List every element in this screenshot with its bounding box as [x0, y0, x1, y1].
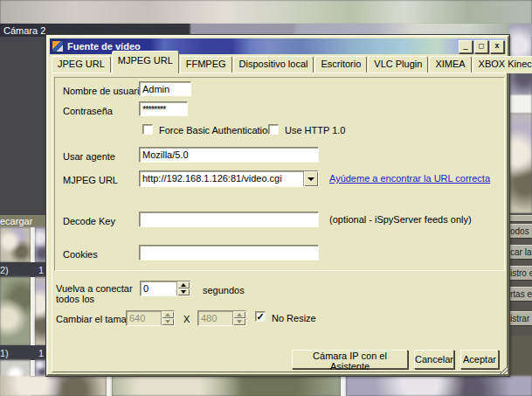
stepper-down-button [233, 318, 245, 325]
maximize-button[interactable]: □ [474, 40, 488, 53]
stepper-buttons [161, 311, 174, 325]
camera-thumbnail[interactable] [0, 277, 31, 345]
force-basic-auth-checkbox[interactable] [142, 124, 153, 135]
camera-2-label: Cámara 2 [3, 24, 45, 37]
background-dark-panel [0, 37, 46, 215]
mjpeg-url-combobox[interactable]: http://192.168.1.126:81/video.cgi [139, 170, 319, 187]
camera-thumbnail[interactable] [509, 114, 532, 213]
side-button-fragment[interactable] [509, 215, 532, 222]
side-button-fragment[interactable]: odos [509, 224, 532, 239]
camera-thumbnail[interactable] [35, 277, 46, 345]
stepper-down-button[interactable] [177, 288, 190, 295]
window-controls: _ □ x [457, 40, 504, 53]
stepper-buttons [176, 281, 190, 295]
side-button-fragment[interactable]: istro e [509, 266, 532, 281]
cookies-label: Cookies [63, 249, 98, 261]
reconnect-seconds-value: 0 [141, 281, 176, 295]
tab-ffmpeg[interactable]: FFMPEG [180, 56, 232, 73]
decode-key-input[interactable] [139, 212, 319, 227]
minimize-button[interactable]: _ [459, 40, 473, 53]
side-button-fragment[interactable]: istrar [509, 311, 532, 326]
no-resize-checkbox[interactable]: ✓ [255, 311, 266, 322]
tab-strip: JPEG URL MJPEG URL FFMPEG Dispositivo lo… [52, 55, 532, 73]
video-source-dialog: Fuente de vídeo _ □ x JPEG URL MJPEG URL… [46, 35, 509, 376]
tab-jpeg-url[interactable]: JPEG URL [52, 56, 111, 73]
camera-name-fragment: 2) [0, 263, 9, 278]
resize-grip[interactable] [499, 365, 508, 374]
user-agent-label: Usar agente [63, 151, 115, 163]
camera-thumbnail[interactable] [0, 227, 31, 262]
camera-thumbnail[interactable] [346, 376, 532, 396]
camera-thumbnail[interactable] [35, 227, 46, 262]
resize-width-value: 640 [127, 311, 161, 325]
tab-xbox-kinect[interactable]: XBOX Kinect [473, 56, 532, 73]
camera-name-fragment: 1) [0, 346, 9, 361]
camera-thumbnail[interactable] [112, 376, 341, 396]
side-button-fragment[interactable]: rtas e [509, 287, 532, 302]
chevron-down-icon [307, 177, 314, 181]
url-help-link[interactable]: Ayúdeme a encontrar la URL correcta [329, 173, 490, 184]
stepper-up-button [162, 311, 174, 318]
camera-thumbnail[interactable] [0, 376, 107, 396]
camera-thumbnail[interactable] [35, 360, 46, 376]
camera-name-strip: 2) 1 [0, 262, 46, 277]
decode-key-note: (optional - iSpyServer feeds only) [329, 214, 472, 225]
background-reload-strip: ecargar [0, 215, 46, 227]
camera-name-strip: 1) 1 [0, 345, 46, 360]
arrow-up-icon [165, 313, 170, 316]
camera-name-fragment: 1 [38, 263, 44, 278]
username-input[interactable] [139, 81, 191, 96]
ip-camera-wizard-button[interactable]: Cámara IP con el Asistente [292, 350, 408, 369]
stepper-buttons [232, 311, 245, 325]
background-camera-collage-top [0, 0, 532, 24]
tab-ximea[interactable]: XIMEA [429, 56, 471, 73]
background-side-button-column: odos car la istro e rtas e istrar [509, 213, 532, 336]
password-label: Contraseña [63, 106, 113, 117]
username-label: Nombre de usuario [63, 86, 145, 97]
reconnect-label-line2: todos los [56, 294, 94, 305]
seconds-unit-label: segundos [203, 285, 245, 296]
user-agent-input[interactable] [139, 147, 319, 163]
reconnect-seconds-stepper[interactable]: 0 [140, 281, 190, 296]
cancel-button[interactable]: Cancelar [414, 350, 454, 369]
accept-button[interactable]: Aceptar [460, 350, 499, 369]
arrow-down-icon [165, 320, 170, 323]
close-button[interactable]: x [490, 40, 504, 53]
no-resize-label: No Resize [272, 313, 316, 324]
window-icon [52, 40, 64, 52]
arrow-up-icon [181, 283, 186, 287]
dropdown-button[interactable] [303, 171, 318, 186]
tab-vlc-plugin[interactable]: VLC Plugin [368, 56, 428, 73]
arrow-down-icon [181, 290, 186, 294]
resize-separator-label: X [183, 314, 190, 325]
resize-height-stepper: 480 [197, 310, 246, 326]
tab-mjpeg-url[interactable]: MJPEG URL [112, 51, 179, 73]
resize-height-value: 480 [198, 311, 232, 325]
stepper-down-button [162, 318, 174, 325]
decode-key-label: Decode Key [63, 216, 115, 227]
tab-dispositivo-local[interactable]: Dispositivo local [233, 56, 314, 73]
arrow-up-icon [237, 313, 242, 316]
tab-escritorio[interactable]: Escritorio [314, 56, 367, 73]
stepper-up-button[interactable] [177, 281, 190, 288]
stepper-up-button [233, 311, 245, 318]
use-http10-checkbox[interactable] [268, 124, 279, 135]
mjpeg-url-value: http://192.168.1.126:81/video.cgi [140, 171, 303, 186]
camera-name-fragment: 1 [38, 346, 44, 361]
thumbnail-gap [509, 94, 532, 114]
side-button-fragment[interactable]: car la [509, 245, 532, 260]
use-http10-label: Use HTTP 1.0 [285, 125, 346, 136]
resize-width-stepper: 640 [126, 310, 175, 326]
password-input[interactable] [139, 101, 188, 116]
mjpeg-url-label: MJPEG URL [63, 175, 118, 186]
force-basic-auth-label: Force Basic Authentication [159, 125, 273, 136]
arrow-down-icon [237, 320, 242, 323]
cookies-input[interactable] [139, 245, 319, 261]
reload-button-fragment[interactable]: ecargar [0, 216, 32, 226]
